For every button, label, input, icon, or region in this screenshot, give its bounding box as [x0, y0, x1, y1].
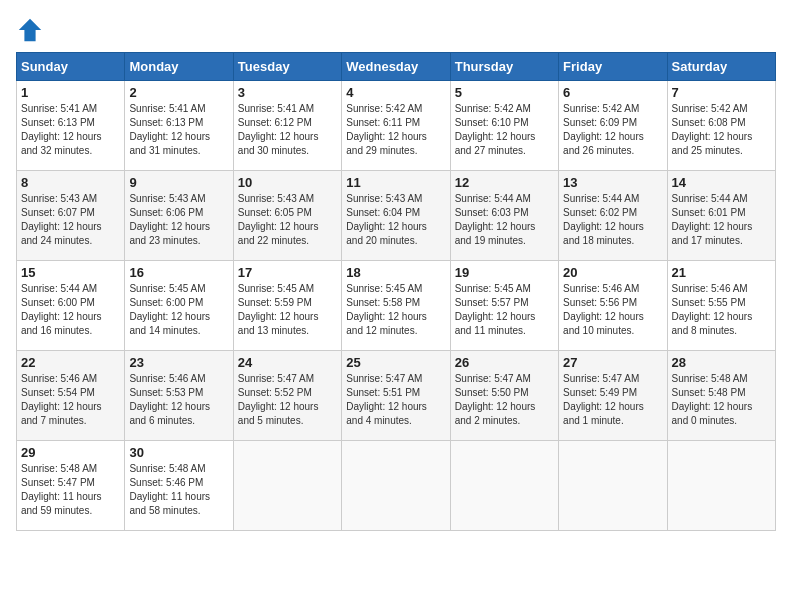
calendar-day: [559, 441, 667, 531]
calendar-week-row: 1Sunrise: 5:41 AMSunset: 6:13 PMDaylight…: [17, 81, 776, 171]
calendar-day: 6Sunrise: 5:42 AMSunset: 6:09 PMDaylight…: [559, 81, 667, 171]
weekday-header: Monday: [125, 53, 233, 81]
calendar-day: 29Sunrise: 5:48 AMSunset: 5:47 PMDayligh…: [17, 441, 125, 531]
calendar-week-row: 8Sunrise: 5:43 AMSunset: 6:07 PMDaylight…: [17, 171, 776, 261]
calendar-day: 4Sunrise: 5:42 AMSunset: 6:11 PMDaylight…: [342, 81, 450, 171]
calendar-week-row: 22Sunrise: 5:46 AMSunset: 5:54 PMDayligh…: [17, 351, 776, 441]
calendar-day: 24Sunrise: 5:47 AMSunset: 5:52 PMDayligh…: [233, 351, 341, 441]
calendar-day: 19Sunrise: 5:45 AMSunset: 5:57 PMDayligh…: [450, 261, 558, 351]
calendar-day: 9Sunrise: 5:43 AMSunset: 6:06 PMDaylight…: [125, 171, 233, 261]
calendar-day: 22Sunrise: 5:46 AMSunset: 5:54 PMDayligh…: [17, 351, 125, 441]
weekday-header: Saturday: [667, 53, 775, 81]
weekday-header-row: SundayMondayTuesdayWednesdayThursdayFrid…: [17, 53, 776, 81]
weekday-header: Wednesday: [342, 53, 450, 81]
weekday-header: Thursday: [450, 53, 558, 81]
calendar-day: 27Sunrise: 5:47 AMSunset: 5:49 PMDayligh…: [559, 351, 667, 441]
calendar-day: 14Sunrise: 5:44 AMSunset: 6:01 PMDayligh…: [667, 171, 775, 261]
calendar-table: SundayMondayTuesdayWednesdayThursdayFrid…: [16, 52, 776, 531]
weekday-header: Sunday: [17, 53, 125, 81]
calendar-day: 20Sunrise: 5:46 AMSunset: 5:56 PMDayligh…: [559, 261, 667, 351]
calendar-day: 10Sunrise: 5:43 AMSunset: 6:05 PMDayligh…: [233, 171, 341, 261]
calendar-day: 11Sunrise: 5:43 AMSunset: 6:04 PMDayligh…: [342, 171, 450, 261]
calendar-day: 3Sunrise: 5:41 AMSunset: 6:12 PMDaylight…: [233, 81, 341, 171]
calendar-day: 13Sunrise: 5:44 AMSunset: 6:02 PMDayligh…: [559, 171, 667, 261]
calendar-day: 2Sunrise: 5:41 AMSunset: 6:13 PMDaylight…: [125, 81, 233, 171]
page-header: [16, 16, 776, 44]
weekday-header: Tuesday: [233, 53, 341, 81]
calendar-day: [233, 441, 341, 531]
calendar-day: 25Sunrise: 5:47 AMSunset: 5:51 PMDayligh…: [342, 351, 450, 441]
calendar-week-row: 15Sunrise: 5:44 AMSunset: 6:00 PMDayligh…: [17, 261, 776, 351]
logo: [16, 16, 48, 44]
calendar-day: 8Sunrise: 5:43 AMSunset: 6:07 PMDaylight…: [17, 171, 125, 261]
calendar-day: 5Sunrise: 5:42 AMSunset: 6:10 PMDaylight…: [450, 81, 558, 171]
svg-marker-0: [19, 19, 41, 41]
calendar-day: 1Sunrise: 5:41 AMSunset: 6:13 PMDaylight…: [17, 81, 125, 171]
weekday-header: Friday: [559, 53, 667, 81]
calendar-day: 7Sunrise: 5:42 AMSunset: 6:08 PMDaylight…: [667, 81, 775, 171]
calendar-day: 15Sunrise: 5:44 AMSunset: 6:00 PMDayligh…: [17, 261, 125, 351]
calendar-day: 23Sunrise: 5:46 AMSunset: 5:53 PMDayligh…: [125, 351, 233, 441]
calendar-day: 21Sunrise: 5:46 AMSunset: 5:55 PMDayligh…: [667, 261, 775, 351]
calendar-day: 16Sunrise: 5:45 AMSunset: 6:00 PMDayligh…: [125, 261, 233, 351]
logo-icon: [16, 16, 44, 44]
calendar-day: 30Sunrise: 5:48 AMSunset: 5:46 PMDayligh…: [125, 441, 233, 531]
calendar-day: [342, 441, 450, 531]
calendar-day: 28Sunrise: 5:48 AMSunset: 5:48 PMDayligh…: [667, 351, 775, 441]
calendar-day: 12Sunrise: 5:44 AMSunset: 6:03 PMDayligh…: [450, 171, 558, 261]
calendar-day: 17Sunrise: 5:45 AMSunset: 5:59 PMDayligh…: [233, 261, 341, 351]
calendar-week-row: 29Sunrise: 5:48 AMSunset: 5:47 PMDayligh…: [17, 441, 776, 531]
calendar-day: [450, 441, 558, 531]
calendar-day: 18Sunrise: 5:45 AMSunset: 5:58 PMDayligh…: [342, 261, 450, 351]
calendar-day: 26Sunrise: 5:47 AMSunset: 5:50 PMDayligh…: [450, 351, 558, 441]
calendar-day: [667, 441, 775, 531]
